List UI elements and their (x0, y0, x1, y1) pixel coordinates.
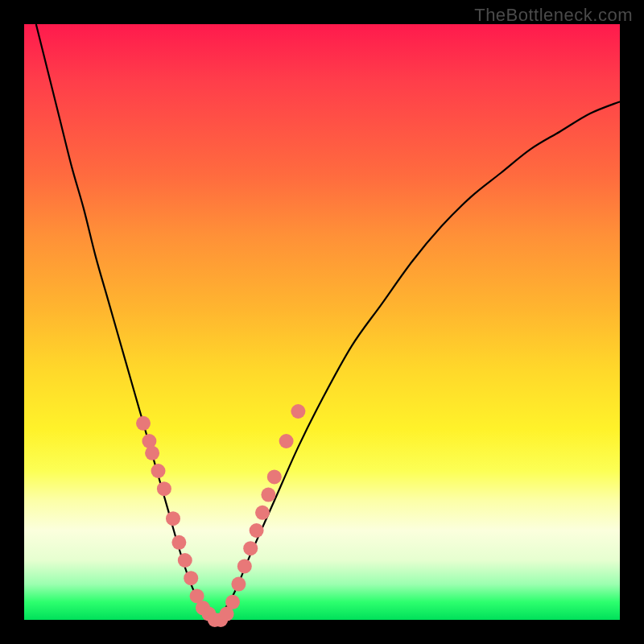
curve-group (36, 24, 620, 620)
data-marker (157, 481, 171, 496)
watermark-text: TheBottleneck.com (474, 5, 633, 26)
data-marker (136, 416, 151, 431)
data-marker (291, 404, 305, 419)
data-marker (279, 434, 294, 448)
data-marker (267, 469, 282, 484)
bottleneck-curve (36, 24, 620, 620)
data-marker (243, 541, 258, 555)
data-marker (250, 523, 264, 538)
marker-group (136, 404, 305, 627)
plot-area (24, 24, 620, 620)
data-marker (178, 553, 192, 568)
data-marker (171, 535, 186, 550)
chart-svg (24, 24, 620, 620)
data-marker (151, 464, 166, 478)
data-marker (184, 571, 198, 585)
data-marker (237, 559, 252, 573)
data-marker (145, 446, 159, 460)
data-marker (166, 511, 180, 526)
data-marker (231, 577, 246, 592)
data-marker (225, 595, 240, 609)
chart-frame: TheBottleneck.com (0, 0, 644, 644)
data-marker (261, 488, 275, 502)
data-marker (255, 506, 270, 520)
